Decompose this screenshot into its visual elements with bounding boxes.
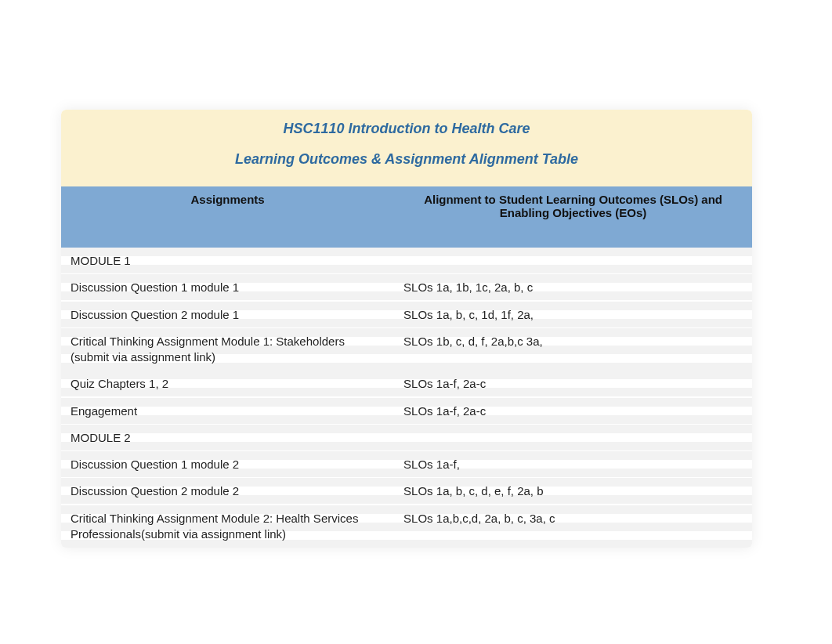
cell-alignment: SLOs 1a-f, [394,451,752,478]
table-row: Quiz Chapters 1, 2SLOs 1a-f, 2a-c [61,371,752,397]
table-row: Critical Thinking Assignment Module 1: S… [61,328,752,371]
table-body: MODULE 1Discussion Question 1 module 1SL… [61,248,752,548]
cell-assignment: Critical Thinking Assignment Module 2: H… [61,505,394,548]
cell-assignment: Critical Thinking Assignment Module 1: S… [61,328,394,371]
cell-assignment: Discussion Question 1 module 1 [61,274,394,301]
table-row: EngagementSLOs 1a-f, 2a-c [61,398,752,425]
cell-alignment: SLOs 1b, c, d, f, 2a,b,c 3a, [394,328,752,371]
cell-assignment: Quiz Chapters 1, 2 [61,371,394,397]
cell-alignment: SLOs 1a, b, c, d, e, f, 2a, b [394,478,752,505]
table-row: Discussion Question 2 module 2SLOs 1a, b… [61,478,752,505]
cell-alignment: SLOs 1a,b,c,d, 2a, b, c, 3a, c [394,505,752,548]
cell-assignment: Engagement [61,398,394,425]
cell-assignment: Discussion Question 2 module 1 [61,302,394,328]
col-header-alignment: Alignment to Student Learning Outcomes (… [394,186,752,248]
cell-assignment: MODULE 1 [61,248,394,274]
table-title-block: HSC1110 Introduction to Health Care Lear… [61,110,752,186]
page: HSC1110 Introduction to Health Care Lear… [0,0,832,644]
table-row: Discussion Question 1 module 2SLOs 1a-f, [61,451,752,478]
cell-alignment: SLOs 1a, b, c, 1d, 1f, 2a, [394,302,752,328]
cell-assignment: Discussion Question 1 module 2 [61,451,394,478]
alignment-table-container: HSC1110 Introduction to Health Care Lear… [61,110,752,548]
table-header-row: Assignments Alignment to Student Learnin… [61,186,752,248]
alignment-table: Assignments Alignment to Student Learnin… [61,186,752,548]
table-row: Critical Thinking Assignment Module 2: H… [61,505,752,548]
table-row: MODULE 1 [61,248,752,274]
table-subtitle: Learning Outcomes & Assignment Alignment… [69,151,744,168]
cell-alignment [394,248,752,274]
course-title: HSC1110 Introduction to Health Care [69,121,744,137]
cell-alignment: SLOs 1a, 1b, 1c, 2a, b, c [394,274,752,301]
table-row: MODULE 2 [61,425,752,451]
cell-alignment [394,425,752,451]
cell-alignment: SLOs 1a-f, 2a-c [394,371,752,397]
cell-assignment: Discussion Question 2 module 2 [61,478,394,505]
table-row: Discussion Question 2 module 1SLOs 1a, b… [61,302,752,328]
cell-alignment: SLOs 1a-f, 2a-c [394,398,752,425]
cell-assignment: MODULE 2 [61,425,394,451]
col-header-assignments: Assignments [61,186,394,248]
table-row: Discussion Question 1 module 1SLOs 1a, 1… [61,274,752,301]
